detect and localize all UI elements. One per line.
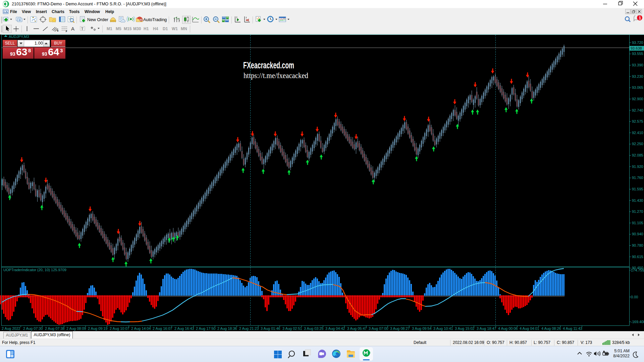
svg-text:8/4/2022: 8/4/2022 (613, 354, 630, 358)
svg-text:5:01 AM: 5:01 AM (614, 349, 630, 353)
